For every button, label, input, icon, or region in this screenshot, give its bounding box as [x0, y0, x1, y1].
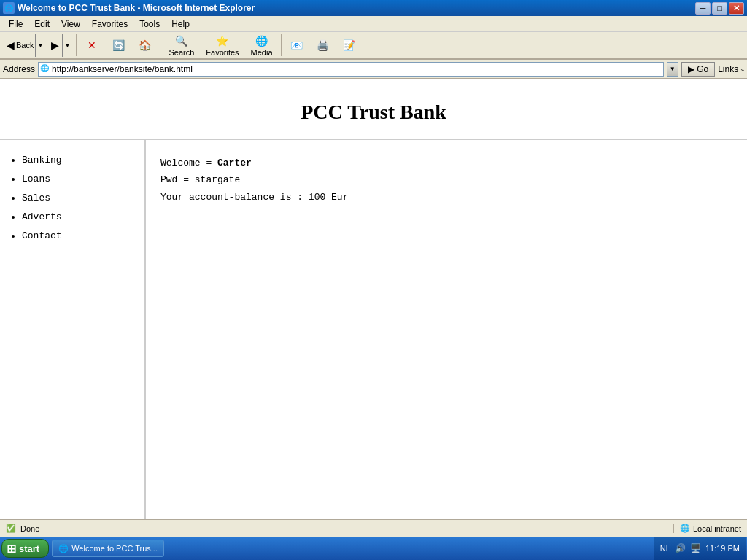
nav-list: Banking Loans Sales Adverts Contact [7, 151, 137, 246]
browser-icon: 🌐 [3, 2, 15, 14]
minimize-button[interactable]: ─ [695, 2, 711, 15]
refresh-button[interactable]: 🔄 [106, 33, 131, 58]
print-button[interactable]: 🖨️ [311, 33, 336, 58]
nav-panel: Banking Loans Sales Adverts Contact [0, 140, 146, 519]
title-bar-buttons: ─ □ ✕ [695, 2, 744, 15]
menu-help[interactable]: Help [166, 18, 196, 31]
stop-button[interactable]: ✕ [80, 33, 104, 58]
nav-item-sales[interactable]: Sales [22, 189, 137, 208]
welcome-name: Carter [217, 158, 252, 168]
home-icon: 🏠 [137, 39, 152, 52]
language-indicator: NL [660, 544, 670, 553]
welcome-line: Welcome = Carter [160, 155, 732, 171]
taskbar-window-label: Welcome to PCC Trus... [71, 544, 158, 553]
menu-edit[interactable]: Edit [28, 18, 55, 31]
edit-button[interactable]: 📝 [337, 33, 362, 58]
edit-icon: 📝 [342, 39, 357, 52]
links-button[interactable]: Links » [718, 64, 744, 74]
bank-body: Banking Loans Sales Adverts Contact Welc… [0, 140, 747, 519]
zone-text: Local intranet [693, 524, 741, 533]
back-button[interactable]: ◀ Back ▼ [3, 33, 46, 58]
browser-window: 🌐 Welcome to PCC Trust Bank - Microsoft … [0, 0, 747, 560]
bank-title: PCC Trust Bank [15, 101, 732, 124]
refresh-icon: 🔄 [111, 39, 125, 52]
nav-link-adverts[interactable]: Adverts [22, 211, 62, 222]
balance-text: Your account-balance is : 100 Eur [160, 192, 348, 203]
address-bar: Address 🌐 ▼ ▶ Go Links » [0, 60, 747, 79]
back-arrow-icon: ◀ [7, 39, 15, 51]
media-button[interactable]: 🌐 Media [246, 33, 278, 58]
back-label: Back [16, 41, 34, 50]
taskbar-network-icon: 🖥️ [690, 543, 701, 553]
nav-link-banking[interactable]: Banking [22, 155, 62, 166]
address-label: Address [3, 64, 35, 74]
window-title: Welcome to PCC Trust Bank - Microsoft In… [18, 3, 255, 13]
favorites-icon: ⭐ [215, 34, 230, 47]
taskbar: ⊞ start 🌐 Welcome to PCC Trus... NL 🔊 🖥️… [0, 537, 747, 560]
forward-dropdown-icon[interactable]: ▼ [62, 34, 69, 57]
system-clock: 11:19 PM [705, 544, 740, 553]
media-icon: 🌐 [255, 34, 269, 47]
pwd-line: Pwd = stargate [160, 171, 732, 188]
menu-file[interactable]: File [3, 18, 28, 31]
start-label: start [19, 543, 39, 554]
go-button[interactable]: ▶ Go [681, 62, 715, 77]
menu-favorites[interactable]: Favorites [86, 18, 133, 31]
print-icon: 🖨️ [316, 39, 330, 52]
title-bar: 🌐 Welcome to PCC Trust Bank - Microsoft … [0, 0, 747, 16]
taskbar-right: NL 🔊 🖥️ 11:19 PM [654, 537, 746, 560]
status-right: 🌐 Local intranet [674, 524, 747, 533]
menu-tools[interactable]: Tools [133, 18, 166, 31]
maximize-button[interactable]: □ [712, 2, 727, 15]
forward-button[interactable]: ▶ ▼ [47, 33, 73, 58]
address-input-wrapper: 🌐 [38, 62, 664, 77]
nav-item-adverts[interactable]: Adverts [22, 208, 137, 227]
nav-item-loans[interactable]: Loans [22, 170, 137, 189]
favorites-label: Favorites [206, 48, 239, 57]
toolbar: ◀ Back ▼ ▶ ▼ ✕ 🔄 🏠 🔍 Search ⭐ Favorites … [0, 32, 747, 60]
home-button[interactable]: 🏠 [132, 33, 157, 58]
taskbar-window-icon: 🌐 [58, 544, 69, 553]
zone-icon: 🌐 [680, 524, 690, 533]
address-input[interactable] [52, 64, 662, 74]
nav-item-contact[interactable]: Contact [22, 227, 137, 246]
links-arrow-icon: » [741, 67, 744, 74]
back-dropdown-icon[interactable]: ▼ [35, 34, 42, 57]
taskbar-window-button[interactable]: 🌐 Welcome to PCC Trus... [52, 540, 164, 557]
favorites-button[interactable]: ⭐ Favorites [201, 33, 244, 58]
search-button[interactable]: 🔍 Search [163, 33, 199, 58]
nav-link-loans[interactable]: Loans [22, 174, 50, 184]
media-label: Media [251, 48, 273, 57]
welcome-text: Welcome = [160, 158, 217, 168]
stop-icon: ✕ [85, 39, 99, 52]
start-button[interactable]: ⊞ start [1, 539, 49, 558]
pwd-text: Pwd = stargate [160, 174, 240, 185]
toolbar-separator-3 [281, 34, 282, 56]
title-bar-left: 🌐 Welcome to PCC Trust Bank - Microsoft … [3, 2, 255, 14]
status-bar: ✅ Done 🌐 Local intranet [0, 519, 747, 537]
status-done-icon: ✅ [6, 524, 16, 533]
nav-link-contact[interactable]: Contact [22, 230, 62, 241]
address-dropdown-icon[interactable]: ▼ [667, 62, 678, 77]
forward-arrow-icon: ▶ [51, 39, 59, 51]
page-content: PCC Trust Bank Banking Loans Sales Adver… [0, 79, 747, 519]
status-text: Done [20, 524, 39, 533]
windows-logo-icon: ⊞ [7, 542, 16, 556]
status-left: ✅ Done [0, 524, 674, 533]
history-button[interactable]: 📧 [285, 33, 309, 58]
nav-item-banking[interactable]: Banking [22, 151, 137, 170]
menu-view[interactable]: View [55, 18, 86, 31]
search-icon: 🔍 [174, 34, 189, 47]
taskbar-speaker-icon: 🔊 [675, 543, 686, 553]
main-content-area: Welcome = Carter Pwd = stargate Your acc… [146, 140, 747, 519]
nav-link-sales[interactable]: Sales [22, 192, 50, 203]
page-favicon-icon: 🌐 [40, 64, 50, 74]
menu-bar: File Edit View Favorites Tools Help [0, 16, 747, 32]
toolbar-separator-2 [160, 34, 160, 56]
close-button[interactable]: ✕ [729, 2, 744, 15]
history-icon: 📧 [290, 39, 304, 52]
balance-line: Your account-balance is : 100 Eur [160, 189, 732, 206]
links-label: Links [718, 64, 738, 74]
go-arrow-icon: ▶ [688, 64, 694, 74]
toolbar-separator-1 [76, 34, 77, 56]
